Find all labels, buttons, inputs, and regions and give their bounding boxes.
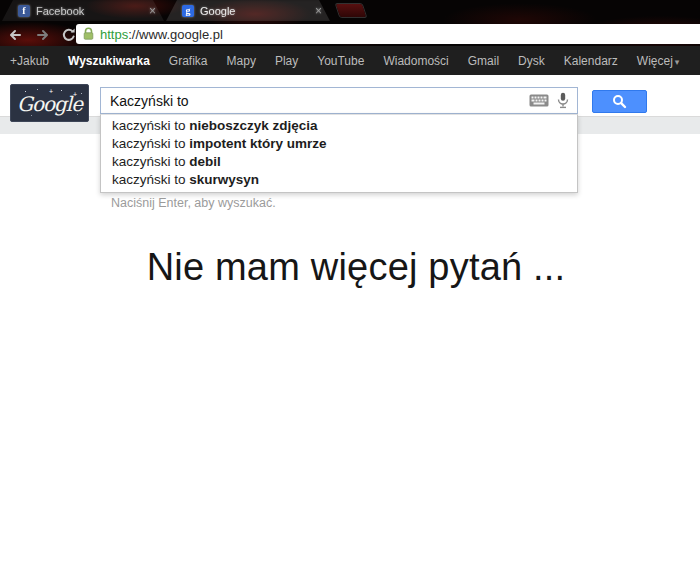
https-padlock-icon (82, 27, 95, 41)
press-enter-hint: Naciśnij Enter, aby wyszukać. (111, 196, 276, 210)
nav-item-grafika[interactable]: Grafika (169, 54, 208, 68)
suggestion-item[interactable]: kaczyński to impotent który umrze (101, 135, 577, 153)
tab-label: Google (200, 5, 309, 17)
close-tab-icon[interactable]: × (149, 6, 156, 16)
address-bar[interactable]: https://www.google.pl (76, 24, 700, 44)
back-arrow-icon (7, 27, 23, 43)
nav-item-wyszukiwarka[interactable]: Wyszukiwarka (68, 54, 150, 68)
search-button[interactable] (592, 90, 647, 113)
search-icon (612, 94, 627, 109)
reload-icon (61, 27, 77, 43)
suggestion-prefix: kaczyński to (112, 172, 189, 187)
chevron-down-icon: ▾ (675, 57, 680, 67)
autocomplete-dropdown: kaczyński to nieboszczyk zdjęcia kaczyńs… (100, 114, 578, 193)
meme-caption: Nie mam więcej pytań ... (0, 246, 700, 289)
suggestion-item[interactable]: kaczyński to skurwysyn (101, 171, 577, 189)
browser-window: f Facebook × g Google × (0, 0, 700, 567)
url-text: https://www.google.pl (100, 27, 223, 42)
keyboard-icon[interactable] (529, 94, 549, 107)
google-nav-bar: +Jakub Wyszukiwarka Grafika Mapy Play Yo… (0, 46, 700, 75)
google-favicon-icon: g (182, 5, 194, 17)
browser-chrome: f Facebook × g Google × (0, 0, 700, 46)
search-input[interactable] (101, 88, 529, 113)
browser-toolbar: https://www.google.pl (0, 22, 700, 46)
forward-button[interactable] (34, 26, 52, 44)
nav-item-gmail[interactable]: Gmail (468, 54, 499, 68)
suggestion-prefix: kaczyński to (112, 154, 189, 169)
nav-item-jakub[interactable]: +Jakub (10, 54, 49, 68)
tab-google[interactable]: g Google × (166, 0, 330, 21)
suggestion-item[interactable]: kaczyński to debil (101, 153, 577, 171)
suggestion-item[interactable]: kaczyński to nieboszczyk zdjęcia (101, 117, 577, 135)
star-speckles (11, 85, 12, 86)
sparkle-star-icon: + (73, 91, 77, 98)
forward-arrow-icon (35, 27, 51, 43)
facebook-favicon-icon: f (18, 5, 30, 17)
google-doodle-logo[interactable]: + + Google (10, 84, 89, 122)
nav-item-label: Więcej (637, 54, 673, 68)
tab-facebook[interactable]: f Facebook × (2, 0, 164, 21)
nav-item-wiadomosci[interactable]: Wiadomości (383, 54, 448, 68)
suggestion-prefix: kaczyński to (112, 118, 189, 133)
tab-label: Facebook (36, 5, 143, 17)
suggestion-completion: skurwysyn (189, 172, 259, 187)
suggestion-completion: impotent który umrze (189, 136, 326, 151)
nav-item-wiecej[interactable]: Więcej▾ (637, 54, 680, 68)
back-button[interactable] (6, 26, 24, 44)
nav-item-youtube[interactable]: YouTube (317, 54, 364, 68)
new-tab-button[interactable] (336, 4, 366, 17)
nav-item-kalendarz[interactable]: Kalendarz (564, 54, 618, 68)
suggestion-prefix: kaczyński to (112, 136, 189, 151)
suggestion-completion: debil (189, 154, 221, 169)
nav-item-play[interactable]: Play (275, 54, 298, 68)
nav-item-dysk[interactable]: Dysk (518, 54, 545, 68)
nav-item-mapy[interactable]: Mapy (227, 54, 256, 68)
suggestion-completion: nieboszczyk zdjęcia (189, 118, 317, 133)
url-rest: ://www.google.pl (128, 27, 223, 42)
url-scheme: https (100, 27, 128, 42)
search-box (100, 87, 578, 114)
microphone-icon[interactable] (557, 92, 569, 109)
close-tab-icon[interactable]: × (315, 6, 322, 16)
sparkle-star-icon: + (49, 88, 53, 95)
